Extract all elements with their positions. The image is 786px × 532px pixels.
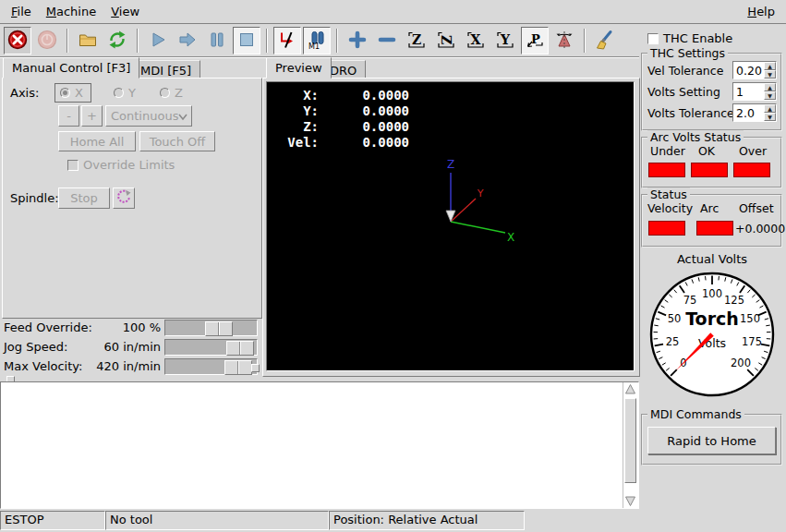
dro-row-z: Z: 0.0000 xyxy=(274,119,409,135)
broom-icon xyxy=(595,30,615,53)
svg-text:200: 200 xyxy=(731,357,751,369)
override-limits-checkbox[interactable]: Override Limits xyxy=(67,158,175,172)
axis-radio-y[interactable]: Y xyxy=(114,86,136,100)
max-velocity-value: 420 in/min xyxy=(83,359,161,373)
jog-minus-button[interactable]: - xyxy=(58,105,79,127)
menu-view[interactable]: View xyxy=(103,2,147,21)
tab-manual-control[interactable]: Manual Control [F3] xyxy=(3,57,139,79)
axis-label: Axis: xyxy=(10,86,39,100)
jog-mode-combobox[interactable]: Continuous xyxy=(105,105,192,127)
view-front-button[interactable]: Y xyxy=(491,27,519,54)
scrollbar-thumb[interactable] xyxy=(624,398,636,483)
text-scrollbar[interactable] xyxy=(623,382,638,508)
thc-enable-checkbox[interactable]: THC Enable xyxy=(647,31,732,45)
max-velocity-slider[interactable] xyxy=(164,358,258,375)
estop-icon xyxy=(7,30,28,53)
stop-button[interactable] xyxy=(233,27,260,54)
touch-off-button[interactable]: Touch Off xyxy=(139,131,215,151)
spin-down-icon[interactable]: ▼ xyxy=(764,91,776,100)
volts-setting-spinbox[interactable]: 1 ▲▼ xyxy=(732,82,777,101)
spin-down-icon[interactable]: ▼ xyxy=(764,113,776,121)
radio-y-label: Y xyxy=(128,86,136,100)
volts-tolerance-spinbox[interactable]: 2.0 ▲▼ xyxy=(732,103,777,122)
reload-button[interactable] xyxy=(103,27,131,54)
status-title: Status xyxy=(647,187,690,201)
rapid-to-home-button[interactable]: Rapid to Home xyxy=(647,427,776,454)
view-perspective-button[interactable]: P xyxy=(521,27,549,54)
tab-mdi[interactable]: MDI [F5] xyxy=(131,60,200,79)
stop-square-icon xyxy=(236,30,257,53)
under-led xyxy=(648,163,685,177)
feed-override-handle[interactable] xyxy=(205,321,233,336)
home-all-button[interactable]: Home All xyxy=(58,131,136,151)
radio-x-label: X xyxy=(75,86,83,100)
jog-speed-slider[interactable] xyxy=(164,339,258,356)
toolbar-separator xyxy=(584,29,586,53)
volts-setting-value: 1 xyxy=(733,85,764,99)
gcode-text-area[interactable] xyxy=(0,381,639,509)
dro-z-label: Z: xyxy=(274,119,319,135)
play-icon xyxy=(148,30,168,53)
open-file-button[interactable] xyxy=(74,27,102,54)
svg-text:P: P xyxy=(531,31,540,45)
zoom-in-button[interactable] xyxy=(344,27,371,54)
menu-machine[interactable]: Machine xyxy=(39,2,103,21)
spindle-stop-button[interactable]: Stop xyxy=(58,187,110,209)
plus-icon xyxy=(347,30,368,53)
block-delete-button[interactable] xyxy=(273,27,301,54)
scroll-down-arrow[interactable] xyxy=(623,494,637,508)
arc-volts-status-title: Arc Volts Status xyxy=(647,130,744,144)
spinner-arrows[interactable]: ▲▼ xyxy=(764,83,776,100)
optional-pause-button[interactable]: M1 xyxy=(303,27,331,54)
spin-up-icon[interactable]: ▲ xyxy=(764,62,776,70)
radio-y-circle xyxy=(114,88,124,98)
axis-radio-z[interactable]: Z xyxy=(160,86,183,100)
view-top-button[interactable]: Z xyxy=(403,27,430,54)
thc-enable-box xyxy=(647,33,659,44)
reload-icon xyxy=(107,30,127,53)
step-button[interactable] xyxy=(174,27,201,54)
spinner-arrows[interactable]: ▲▼ xyxy=(764,104,776,121)
view-x-icon: X xyxy=(466,30,486,53)
view-side-button[interactable]: X xyxy=(462,27,490,54)
spinner-arrows[interactable]: ▲▼ xyxy=(764,62,776,79)
machine-power-button[interactable] xyxy=(33,27,61,54)
axis-radio-x[interactable]: X xyxy=(54,83,91,103)
statusbar-tool: No tool xyxy=(105,511,329,530)
spindle-brake-icon xyxy=(115,188,132,208)
statusbar-position: Position: Relative Actual xyxy=(329,511,525,530)
spin-up-icon[interactable]: ▲ xyxy=(764,83,776,91)
estop-button[interactable] xyxy=(4,27,31,54)
menu-help[interactable]: Help xyxy=(740,2,782,21)
menu-file[interactable]: File xyxy=(4,2,39,21)
rotate-view-button[interactable] xyxy=(550,27,578,54)
preview-canvas[interactable]: X: 0.0000 Y: 0.0000 Z: 0.0000 Vel: 0.000… xyxy=(266,81,635,371)
tab-preview[interactable]: Preview xyxy=(266,57,332,79)
vel-tolerance-value: 0.20 xyxy=(733,64,764,78)
vel-tolerance-spinbox[interactable]: 0.20 ▲▼ xyxy=(732,61,777,79)
ok-led xyxy=(691,163,728,177)
scroll-up-arrow[interactable] xyxy=(623,382,637,396)
jog-speed-handle[interactable] xyxy=(226,341,254,356)
pause-button[interactable] xyxy=(203,27,231,54)
clear-plot-button[interactable] xyxy=(591,27,619,54)
manual-control-page: Axis: X Y Z - + Continuous Home Al xyxy=(2,78,262,319)
jog-plus-button[interactable]: + xyxy=(81,105,103,127)
spin-up-icon[interactable]: ▲ xyxy=(764,104,776,113)
spindle-brake-button[interactable] xyxy=(113,187,135,209)
spin-down-icon[interactable]: ▼ xyxy=(764,70,776,79)
zoom-out-button[interactable] xyxy=(373,27,401,54)
offset-value: +0.0000 xyxy=(735,222,785,236)
over-label: Over xyxy=(739,144,767,158)
minus-icon xyxy=(377,30,397,53)
view-p-icon: P xyxy=(525,30,545,53)
view-top-rotated-button[interactable]: Z xyxy=(432,27,460,54)
run-button[interactable] xyxy=(144,27,172,54)
max-velocity-label: Max Velocity: xyxy=(4,359,82,373)
toolbar: M1 Z xyxy=(0,25,639,57)
feed-override-slider[interactable] xyxy=(164,320,258,336)
statusbar-tool-text: No tool xyxy=(110,513,152,526)
max-velocity-handle[interactable] xyxy=(224,360,252,375)
toolbar-separator xyxy=(266,29,268,53)
vertical-sash-handle[interactable] xyxy=(251,364,260,372)
